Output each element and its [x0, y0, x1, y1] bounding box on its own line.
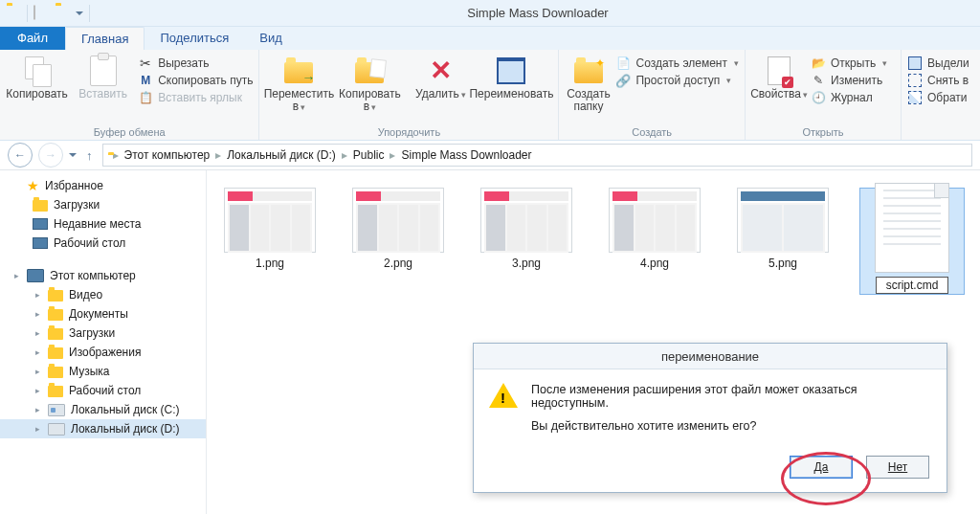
select-all-button[interactable]: Выдели	[907, 56, 969, 71]
back-button[interactable]: ←	[8, 143, 33, 168]
invert-selection-button[interactable]: Обрати	[907, 90, 969, 105]
file-item[interactable]: 2.png	[346, 188, 450, 295]
separator	[89, 5, 90, 22]
forward-button[interactable]: →	[38, 143, 63, 168]
properties-icon	[768, 56, 791, 85]
document-icon	[875, 183, 949, 273]
title-bar: Simple Mass Downloader	[0, 0, 980, 27]
star-icon: ★	[27, 178, 39, 193]
scissors-icon: ✂	[138, 56, 153, 71]
new-item-icon: 📄	[615, 56, 631, 71]
sidebar-item-videos[interactable]: ▸Видео	[0, 285, 206, 304]
tab-file[interactable]: Файл	[0, 27, 65, 50]
rename-icon	[497, 57, 525, 84]
folder-icon	[48, 367, 63, 378]
folder-icon	[48, 386, 63, 397]
sidebar-item-desktop2[interactable]: ▸Рабочий стол	[0, 381, 206, 400]
group-open: Свойства▾ 📂Открыть▾ ✎Изменить 🕘Журнал От…	[746, 50, 902, 140]
sidebar-item-desktop[interactable]: Рабочий стол	[0, 234, 206, 253]
delete-x-icon: ✕	[430, 57, 452, 84]
separator	[27, 5, 28, 22]
folder-icon	[33, 200, 48, 212]
nav-sidebar: ★Избранное Загрузки Недавние места Рабоч…	[0, 170, 207, 514]
sidebar-item-recent[interactable]: Недавние места	[0, 214, 206, 234]
folder-icon	[48, 290, 63, 302]
open-button[interactable]: 📂Открыть▾	[811, 56, 887, 71]
rename-button[interactable]: Переименовать	[478, 52, 545, 101]
folder-icon	[48, 328, 63, 340]
invert-icon	[907, 90, 923, 105]
up-button[interactable]: ↑	[82, 148, 97, 163]
new-folder-button[interactable]: Создать папку	[565, 52, 612, 113]
breadcrumb[interactable]: Public	[349, 148, 389, 162]
copy-path-button[interactable]: MСкопировать путь	[138, 73, 253, 88]
breadcrumb[interactable]: Локальный диск (D:)	[223, 148, 340, 162]
warning-icon	[489, 383, 518, 410]
file-item[interactable]: 1.png	[218, 188, 322, 295]
file-item[interactable]: 4.png	[603, 188, 706, 295]
breadcrumb[interactable]: Simple Mass Downloader	[397, 148, 535, 162]
new-item-button[interactable]: 📄Создать элемент▾	[615, 56, 739, 71]
group-organize: Переместить в▾ Копировать в▾ ✕ Удалить▾ …	[259, 50, 559, 140]
edit-button[interactable]: ✎Изменить	[811, 73, 887, 88]
dialog-message: После изменения расширения этот файл мож…	[531, 383, 931, 442]
file-item-selected[interactable]: script.cmd	[859, 188, 965, 295]
folder-icon[interactable]	[55, 6, 70, 21]
dialog-title: переименование	[474, 344, 947, 369]
file-item[interactable]: 3.png	[475, 188, 578, 295]
sidebar-item-downloads[interactable]: Загрузки	[0, 195, 206, 214]
sidebar-favorites[interactable]: ★Избранное	[0, 176, 206, 195]
sidebar-item-drive-d[interactable]: ▸Локальный диск (D:)	[0, 419, 206, 438]
folder-icon	[48, 309, 63, 321]
copy-button[interactable]: Копировать	[6, 52, 68, 101]
qat-dropdown-icon[interactable]	[76, 11, 83, 15]
sidebar-item-downloads2[interactable]: ▸Загрузки	[0, 324, 206, 343]
ribbon: Копировать Вставить ✂Вырезать MСкопирова…	[0, 50, 980, 141]
address-bar[interactable]: ▸ Этот компьютер▸ Локальный диск (D:)▸ P…	[102, 144, 973, 167]
edit-icon: ✎	[811, 73, 826, 88]
window-title: Simple Mass Downloader	[96, 6, 980, 20]
shortcut-icon: 📋	[138, 90, 153, 105]
folder-icon	[48, 347, 63, 359]
easy-access-button[interactable]: 🔗Простой доступ▾	[615, 73, 739, 88]
copy-path-icon: M	[138, 73, 153, 88]
properties-button[interactable]: Свойства▾	[751, 52, 807, 101]
sidebar-item-music[interactable]: ▸Музыка	[0, 362, 206, 381]
breadcrumb[interactable]: Этот компьютер	[121, 148, 214, 162]
ribbon-tabs: Файл Главная Поделиться Вид	[0, 27, 980, 50]
computer-icon	[27, 269, 44, 282]
folder-icon	[6, 6, 21, 21]
group-new: Создать папку 📄Создать элемент▾ 🔗Простой…	[559, 50, 746, 140]
tab-home[interactable]: Главная	[65, 27, 145, 50]
delete-button[interactable]: ✕ Удалить▾	[407, 52, 474, 101]
tab-view[interactable]: Вид	[244, 27, 298, 50]
file-item[interactable]: 5.png	[731, 188, 835, 295]
select-all-icon	[907, 56, 923, 71]
tab-share[interactable]: Поделиться	[145, 27, 244, 50]
sidebar-item-pictures[interactable]: ▸Изображения	[0, 343, 206, 362]
move-to-button[interactable]: Переместить в▾	[265, 52, 332, 114]
file-grid: 1.png 2.png 3.png 4.png 5.png	[218, 188, 969, 295]
link-icon: 🔗	[615, 73, 631, 88]
rename-dialog: переименование После изменения расширени…	[473, 343, 947, 493]
dialog-no-button[interactable]: Нет	[866, 456, 929, 479]
sidebar-item-documents[interactable]: ▸Документы	[0, 304, 206, 324]
recent-icon	[33, 218, 48, 230]
paste-shortcut-button[interactable]: 📋Вставить ярлык	[138, 90, 253, 105]
group-clipboard: Копировать Вставить ✂Вырезать MСкопирова…	[0, 50, 259, 140]
copy-to-button[interactable]: Копировать в▾	[336, 52, 403, 114]
quick-access-toolbar	[0, 5, 96, 22]
history-button[interactable]: 🕘Журнал	[811, 90, 887, 105]
cut-button[interactable]: ✂Вырезать	[138, 56, 253, 71]
paste-button[interactable]: Вставить	[72, 52, 134, 101]
select-none-button[interactable]: Снять в	[907, 73, 969, 88]
open-icon: 📂	[811, 56, 826, 71]
sidebar-computer[interactable]: ▸Этот компьютер	[0, 266, 206, 285]
history-icon: 🕘	[811, 90, 826, 105]
dialog-yes-button[interactable]: Да	[790, 456, 853, 479]
history-dropdown-icon[interactable]	[69, 153, 77, 157]
new-doc-icon[interactable]	[33, 6, 49, 21]
sidebar-item-drive-c[interactable]: ▸Локальный диск (C:)	[0, 400, 206, 419]
nav-bar: ← → ↑ ▸ Этот компьютер▸ Локальный диск (…	[0, 141, 980, 170]
drive-icon	[48, 423, 65, 436]
